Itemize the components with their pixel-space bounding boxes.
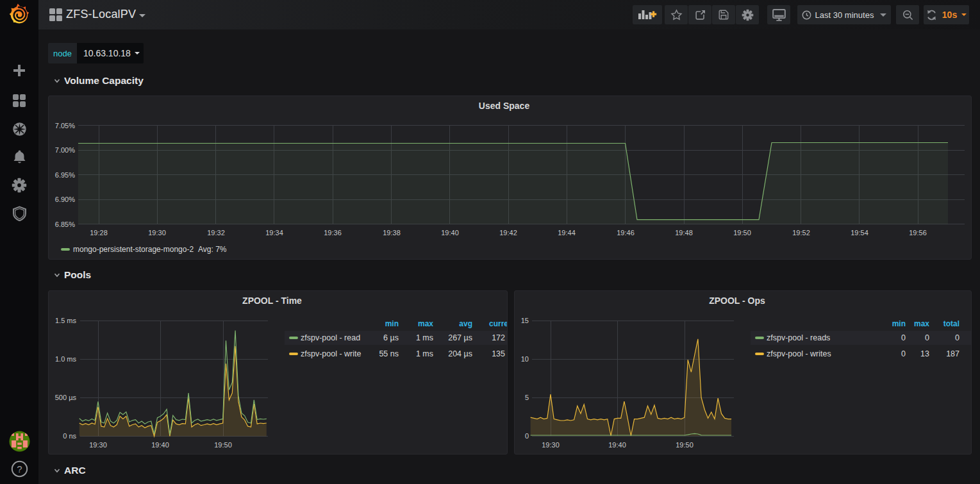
svg-text:max: max <box>418 319 433 328</box>
svg-text:19:30: 19:30 <box>89 441 107 449</box>
svg-text:19:30: 19:30 <box>148 229 166 237</box>
svg-text:10: 10 <box>521 355 529 363</box>
svg-text:total: total <box>943 319 959 328</box>
svg-text:7.00%: 7.00% <box>55 146 75 154</box>
svg-text:Avg: 7%: Avg: 7% <box>198 245 227 254</box>
svg-text:13: 13 <box>920 349 929 358</box>
svg-text:19:34: 19:34 <box>265 229 283 237</box>
svg-text:zfspv-pool - writes: zfspv-pool - writes <box>767 349 831 358</box>
svg-text:19:40: 19:40 <box>441 229 459 237</box>
svg-text:500 µs: 500 µs <box>55 394 77 401</box>
svg-text:1.0 ms: 1.0 ms <box>55 355 77 363</box>
svg-text:0 ns: 0 ns <box>63 432 76 440</box>
svg-text:zfspv-pool - reads: zfspv-pool - reads <box>767 333 830 342</box>
svg-text:current: current <box>489 319 507 328</box>
svg-text:15: 15 <box>521 317 529 324</box>
svg-text:19:38: 19:38 <box>383 229 401 237</box>
svg-text:19:44: 19:44 <box>558 229 576 237</box>
svg-text:19:36: 19:36 <box>324 229 342 237</box>
svg-text:1 ms: 1 ms <box>416 349 433 358</box>
svg-text:0: 0 <box>525 432 529 440</box>
svg-text:zfspv-pool - read: zfspv-pool - read <box>301 333 360 342</box>
svg-text:6.85%: 6.85% <box>55 221 75 228</box>
svg-text:avg: avg <box>459 319 472 328</box>
svg-text:max: max <box>914 319 929 328</box>
svg-text:19:56: 19:56 <box>909 229 927 237</box>
svg-text:?: ? <box>17 463 22 474</box>
svg-text:187: 187 <box>946 349 959 358</box>
svg-text:6 µs: 6 µs <box>383 333 399 342</box>
svg-text:19:46: 19:46 <box>617 229 635 237</box>
svg-text:mongo-persistent-storage-mongo: mongo-persistent-storage-mongo-2 <box>73 245 194 254</box>
svg-text:267 µs: 267 µs <box>448 333 472 342</box>
svg-text:6.95%: 6.95% <box>55 171 75 179</box>
svg-text:135: 135 <box>492 349 505 358</box>
svg-text:19:50: 19:50 <box>733 229 751 237</box>
svg-text:19:52: 19:52 <box>792 229 810 237</box>
svg-text:19:42: 19:42 <box>499 229 517 237</box>
svg-text:zfspv-pool - write: zfspv-pool - write <box>301 349 361 358</box>
svg-text:min: min <box>385 319 399 328</box>
svg-text:6.90%: 6.90% <box>55 196 75 203</box>
svg-text:0: 0 <box>955 333 959 342</box>
svg-text:0: 0 <box>925 333 929 342</box>
svg-text:0: 0 <box>901 349 906 358</box>
svg-text:19:28: 19:28 <box>90 229 108 237</box>
svg-text:19:32: 19:32 <box>207 229 225 237</box>
svg-text:19:40: 19:40 <box>608 441 626 449</box>
svg-text:19:54: 19:54 <box>851 229 868 237</box>
svg-text:19:30: 19:30 <box>542 441 560 449</box>
svg-text:19:40: 19:40 <box>151 441 169 449</box>
svg-text:1.5 ms: 1.5 ms <box>55 317 77 324</box>
svg-text:7.05%: 7.05% <box>55 122 75 129</box>
svg-text:19:50: 19:50 <box>214 441 232 449</box>
svg-text:172: 172 <box>492 333 505 342</box>
svg-text:204 µs: 204 µs <box>448 349 472 358</box>
svg-text:55 ns: 55 ns <box>379 349 399 358</box>
svg-text:1 ms: 1 ms <box>416 333 433 342</box>
svg-text:19:48: 19:48 <box>675 229 693 237</box>
svg-text:19:50: 19:50 <box>676 441 693 449</box>
svg-text:0: 0 <box>901 333 906 342</box>
svg-text:min: min <box>892 319 906 328</box>
svg-text:5: 5 <box>525 394 529 401</box>
